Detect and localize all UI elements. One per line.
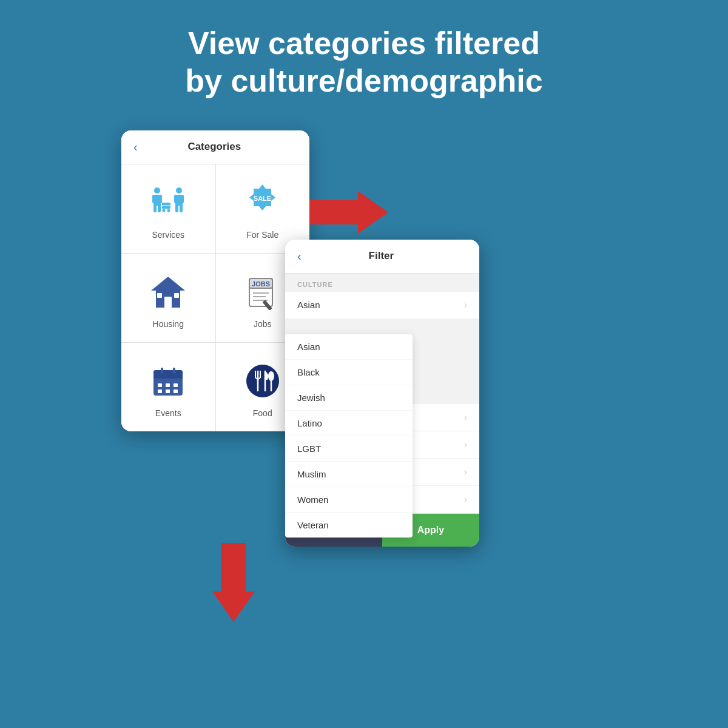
dropdown-item-asian[interactable]: Asian [285,334,413,360]
svg-rect-14 [174,195,177,203]
svg-rect-38 [174,383,178,387]
filter-header: ‹ Filter [285,240,479,274]
category-services[interactable]: Services [121,164,215,253]
housing-label: Housing [153,319,184,329]
svg-rect-7 [158,204,161,212]
svg-text:SALE: SALE [254,195,271,202]
jobs-icon: JOBS [241,271,284,313]
svg-marker-19 [151,277,185,291]
svg-point-10 [167,209,170,212]
svg-rect-21 [164,297,172,308]
food-label: Food [253,408,272,418]
headline-block: View categories filtered by culture/demo… [0,0,728,118]
categories-back-button[interactable]: ‹ [133,140,138,154]
events-icon [147,360,189,402]
culture-dropdown: Asian Black Jewish Latino LGBT Muslim Wo… [285,334,413,538]
svg-point-2 [154,187,160,194]
categories-grid: Services SALE For Sale [121,164,309,431]
food-icon [241,360,284,402]
svg-point-42 [246,365,279,397]
svg-rect-36 [158,383,162,387]
dropdown-item-black[interactable]: Black [285,360,413,385]
svg-marker-1 [212,543,255,622]
svg-rect-23 [174,293,179,298]
events-label: Events [155,408,181,418]
svg-rect-37 [166,383,170,387]
dropdown-item-lgbt[interactable]: LGBT [285,436,413,462]
filter-title: Filter [308,250,455,262]
background: View categories filtered by culture/demo… [0,0,728,652]
dropdown-item-veteran[interactable]: Veteran [285,513,413,538]
filter-row-2-chevron: › [464,412,467,423]
filter-row-housing-chevron: › [464,494,467,505]
dropdown-item-muslim[interactable]: Muslim [285,462,413,487]
svg-rect-16 [175,204,178,212]
culture-chevron-icon: › [464,300,467,311]
culture-row-label: Asian [297,300,320,310]
svg-point-12 [176,187,182,194]
svg-text:JOBS: JOBS [252,280,270,288]
svg-rect-17 [180,204,183,212]
svg-rect-41 [174,389,178,393]
dropdown-item-latino[interactable]: Latino [285,411,413,436]
services-label: Services [152,230,184,240]
filter-back-button[interactable]: ‹ [297,249,302,263]
culture-filter-row-container: Asian › Asian Black Jewish Latino LGBT M… [285,292,479,319]
category-events[interactable]: Events [121,343,215,431]
svg-rect-34 [161,368,163,374]
forsale-icon: SALE [241,181,284,224]
category-housing[interactable]: Housing [121,254,215,342]
svg-rect-40 [166,389,170,393]
forsale-label: For Sale [246,230,278,240]
svg-rect-15 [181,195,184,203]
svg-rect-33 [153,375,183,379]
dropdown-item-jewish[interactable]: Jewish [285,385,413,411]
arrow-right-icon [309,191,388,236]
svg-point-9 [162,209,165,212]
phones-area: ‹ Categories [0,118,728,652]
svg-marker-0 [309,191,388,234]
culture-section-label: CULTURE [285,274,479,292]
filter-row-3-chevron: › [464,439,467,450]
svg-rect-22 [157,293,162,298]
svg-rect-4 [152,195,155,203]
svg-rect-5 [160,195,162,203]
filter-screen: ‹ Filter CULTURE Asian › Asian Black Jew… [285,240,479,547]
categories-header: ‹ Categories [121,130,309,164]
svg-rect-6 [153,204,157,212]
svg-rect-35 [173,368,175,374]
jobs-label: Jobs [254,319,272,329]
filter-row-4-chevron: › [464,467,467,477]
services-icon [147,181,189,224]
headline-line1: View categories filtered [36,24,692,62]
svg-point-48 [268,371,274,381]
arrow-down-icon [212,543,255,624]
housing-icon [147,271,189,313]
categories-screen: ‹ Categories [121,130,309,431]
dropdown-item-women[interactable]: Women [285,487,413,513]
svg-rect-39 [158,389,162,393]
headline-line2: by culture/demographic [36,62,692,99]
culture-filter-row[interactable]: Asian › [285,292,479,319]
categories-title: Categories [144,141,285,153]
